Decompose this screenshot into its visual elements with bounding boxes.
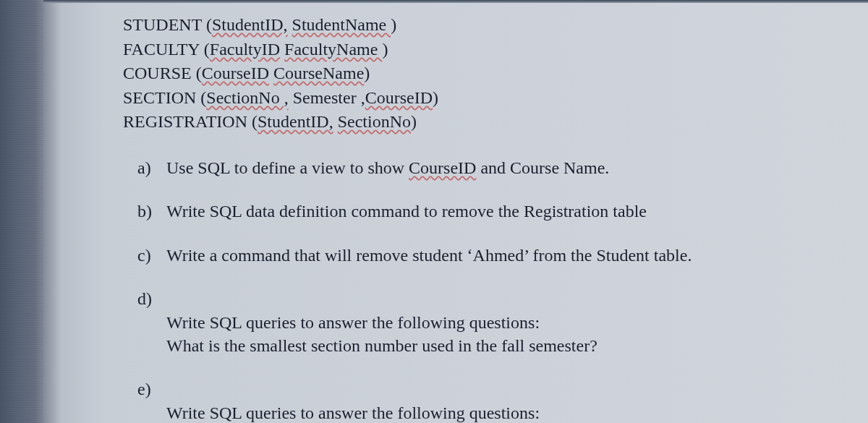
text-part-wavy: CourseID <box>409 158 476 177</box>
attr-underlined: FacultyName <box>284 40 382 59</box>
attr-underlined: StudentName <box>292 15 391 34</box>
text-part: Write SQL queries to answer the followin… <box>166 403 540 423</box>
schema-line-student: STUDENT (StudentID, StudentName ) <box>123 13 846 38</box>
paren-open: ( <box>206 15 212 34</box>
relation-name: REGISTRATION <box>123 112 247 131</box>
attr-underlined: SectionNo , <box>206 88 288 107</box>
question-letter: b) <box>137 200 166 223</box>
attr-underlined: CourseID <box>202 64 269 82</box>
schema-definitions: STUDENT (StudentID, StudentName ) FACULT… <box>123 13 846 134</box>
schema-line-course: COURSE (CourseID CourseName) <box>123 61 846 86</box>
question-a: a) Use SQL to define a view to show Cour… <box>137 156 846 179</box>
paren-close: ) <box>433 88 438 107</box>
schema-line-registration: REGISTRATION (StudentID, SectionNo) <box>123 110 846 134</box>
paren-close: ) <box>382 40 388 59</box>
schema-line-section: SECTION (SectionNo , Semester ,CourseID) <box>123 86 846 111</box>
question-letter: a) <box>137 156 166 179</box>
paren-close: ) <box>391 15 396 34</box>
question-letter: e) <box>137 377 166 423</box>
question-d: d) Write SQL queries to answer the follo… <box>137 287 846 357</box>
question-e: e) Write SQL queries to answer the follo… <box>137 377 846 423</box>
paren-open: ( <box>196 64 202 82</box>
attr-underlined: CourseID <box>365 88 433 107</box>
relation-name: COURSE <box>123 64 192 82</box>
paren-close: ) <box>364 64 370 82</box>
paren-open: ( <box>252 112 258 131</box>
question-list: a) Use SQL to define a view to show Cour… <box>137 156 846 423</box>
paren-close: ) <box>411 112 417 131</box>
question-letter: c) <box>137 244 166 267</box>
paren-open: ( <box>204 40 210 59</box>
schema-line-faculty: FACULTY (FacultyID FacultyName ) <box>123 38 846 62</box>
text-part: Write SQL queries to answer the followin… <box>166 313 597 355</box>
relation-name: STUDENT <box>123 15 202 34</box>
question-text: Write SQL data definition command to rem… <box>166 200 846 223</box>
document-content: STUDENT (StudentID, StudentName ) FACULT… <box>58 0 868 423</box>
question-text: Write SQL queries to answer the followin… <box>166 287 846 357</box>
relation-name: FACULTY <box>123 40 200 59</box>
question-text: Use SQL to define a view to show CourseI… <box>166 156 846 179</box>
question-b: b) Write SQL data definition command to … <box>137 200 846 223</box>
attr-underlined: StudentID, <box>258 112 333 131</box>
page-edge-noise <box>0 0 43 423</box>
text-part: and Course Name. <box>476 158 609 177</box>
text-part: Write SQL data definition command to rem… <box>166 202 647 221</box>
question-text: Write SQL queries to answer the followin… <box>166 377 846 423</box>
text-part: Write a command that will remove student… <box>166 246 692 265</box>
question-c: c) Write a command that will remove stud… <box>137 244 846 267</box>
text-part: Use SQL to define a view to show <box>166 158 409 177</box>
attr-underlined: StudentID, <box>212 15 288 34</box>
question-letter: d) <box>137 287 166 357</box>
attr-underlined: CourseName <box>273 64 364 82</box>
attr-plain: Semester , <box>289 88 365 107</box>
attr-underlined: FacultyID <box>210 40 280 59</box>
attr-underlined: SectionNo <box>338 112 411 131</box>
relation-name: SECTION <box>123 88 196 107</box>
question-text: Write a command that will remove student… <box>166 244 846 267</box>
